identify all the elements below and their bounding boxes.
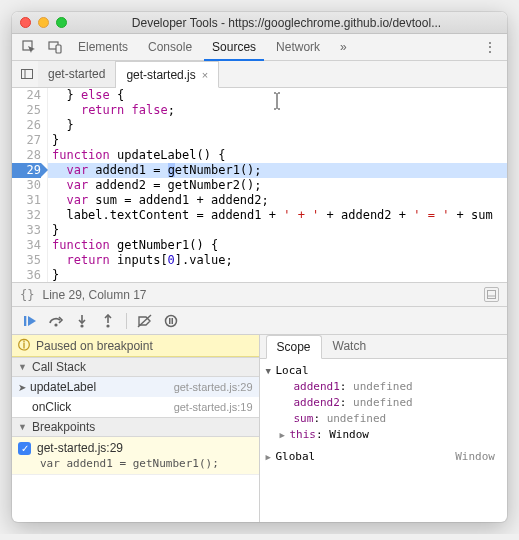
file-tab-bar: get-started get-started.js × xyxy=(12,61,507,88)
code-line[interactable]: return inputs[0].value; xyxy=(48,253,507,268)
breakpoint-preview: var addend1 = getNumber1(); xyxy=(18,457,253,470)
deactivate-breakpoints-button[interactable] xyxy=(133,310,157,332)
editor-status-bar: {} Line 29, Column 17 xyxy=(12,283,507,307)
scope-var[interactable]: ▶this: Window xyxy=(266,427,502,443)
line-number[interactable]: 27 xyxy=(12,133,41,148)
call-stack-frame[interactable]: onClick get-started.js:19 xyxy=(12,397,259,417)
disclosure-icon: ▼ xyxy=(18,362,28,372)
step-into-button[interactable] xyxy=(70,310,94,332)
zoom-window-button[interactable] xyxy=(56,17,67,28)
debugger-panel: ⓘ Paused on breakpoint ▼ Call Stack ➤ up… xyxy=(12,307,507,522)
line-number[interactable]: 26 xyxy=(12,118,41,133)
devtools-window: Developer Tools - https://googlechrome.g… xyxy=(12,12,507,522)
code-line[interactable]: } xyxy=(48,268,507,283)
titlebar: Developer Tools - https://googlechrome.g… xyxy=(12,12,507,34)
call-stack-title: Call Stack xyxy=(32,360,86,374)
line-number[interactable]: 36 xyxy=(12,268,41,283)
svg-rect-2 xyxy=(56,45,61,53)
code-line[interactable]: } xyxy=(48,223,507,238)
svg-rect-15 xyxy=(169,318,171,324)
file-tab-get-started-js[interactable]: get-started.js × xyxy=(116,61,219,88)
call-stack-header[interactable]: ▼ Call Stack xyxy=(12,357,259,377)
line-number[interactable]: 30 xyxy=(12,178,41,193)
code-line[interactable]: var addend2 = getNumber2(); xyxy=(48,178,507,193)
panel-tab-bar: Elements Console Sources Network » ⋮ xyxy=(12,34,507,61)
code-line[interactable]: var sum = addend1 + addend2; xyxy=(48,193,507,208)
frame-location: get-started.js:29 xyxy=(174,381,253,393)
pause-exceptions-button[interactable] xyxy=(159,310,183,332)
svg-point-14 xyxy=(166,315,177,326)
code-line[interactable]: } xyxy=(48,118,507,133)
line-number[interactable]: 29 xyxy=(12,163,41,178)
tab-network[interactable]: Network xyxy=(268,34,328,61)
code-line[interactable]: function updateLabel() { xyxy=(48,148,507,163)
text-cursor-icon xyxy=(272,92,282,114)
svg-point-12 xyxy=(106,324,109,327)
call-stack-frame[interactable]: ➤ updateLabel get-started.js:29 xyxy=(12,377,259,397)
scope-global[interactable]: ▶Global Window xyxy=(266,449,502,465)
debug-split: ⓘ Paused on breakpoint ▼ Call Stack ➤ up… xyxy=(12,335,507,522)
line-number[interactable]: 35 xyxy=(12,253,41,268)
line-number[interactable]: 33 xyxy=(12,223,41,238)
scope-var[interactable]: addend2: undefined xyxy=(266,395,502,411)
traffic-lights xyxy=(20,17,67,28)
info-icon: ⓘ xyxy=(18,337,30,354)
breakpoints-header[interactable]: ▼ Breakpoints xyxy=(12,417,259,437)
line-gutter[interactable]: 24252627282930313233343536 xyxy=(12,88,48,282)
tab-sources[interactable]: Sources xyxy=(204,34,264,61)
frame-function: updateLabel xyxy=(30,380,96,394)
code-editor[interactable]: 24252627282930313233343536 } else { retu… xyxy=(12,88,507,283)
frame-function: onClick xyxy=(18,400,71,414)
code-line[interactable]: } xyxy=(48,133,507,148)
code-line[interactable]: function getNumber1() { xyxy=(48,238,507,253)
scope-var[interactable]: addend1: undefined xyxy=(266,379,502,395)
step-over-button[interactable] xyxy=(44,310,68,332)
scope-watch-tabs: Scope Watch xyxy=(260,335,508,359)
code-line[interactable]: label.textContent = addend1 + ' + ' + ad… xyxy=(48,208,507,223)
scope-var[interactable]: sum: undefined xyxy=(266,411,502,427)
line-number[interactable]: 24 xyxy=(12,88,41,103)
navigator-toggle-icon[interactable] xyxy=(16,61,38,87)
close-icon[interactable]: × xyxy=(202,69,208,81)
file-tab-label: get-started.js xyxy=(126,68,195,82)
line-number[interactable]: 34 xyxy=(12,238,41,253)
code-line[interactable]: var addend1 = getNumber1(); xyxy=(48,163,507,178)
tab-console[interactable]: Console xyxy=(140,34,200,61)
code-area[interactable]: } else { return false; }}function update… xyxy=(48,88,507,283)
resume-button[interactable] xyxy=(18,310,42,332)
file-tab-label: get-started xyxy=(48,67,105,81)
tab-scope[interactable]: Scope xyxy=(266,335,322,359)
close-window-button[interactable] xyxy=(20,17,31,28)
line-number[interactable]: 31 xyxy=(12,193,41,208)
file-tab-get-started[interactable]: get-started xyxy=(38,61,116,87)
tab-overflow-icon[interactable]: » xyxy=(332,34,355,61)
step-out-button[interactable] xyxy=(96,310,120,332)
tab-elements[interactable]: Elements xyxy=(70,34,136,61)
tab-watch[interactable]: Watch xyxy=(322,335,378,358)
breakpoint-checkbox[interactable]: ✓ xyxy=(18,442,31,455)
svg-point-8 xyxy=(54,323,57,326)
cursor-position-label: Line 29, Column 17 xyxy=(42,288,146,302)
scope-tree[interactable]: ▼Local addend1: undefined addend2: undef… xyxy=(260,359,508,522)
disclosure-icon: ▼ xyxy=(18,422,28,432)
minimize-window-button[interactable] xyxy=(38,17,49,28)
line-number[interactable]: 28 xyxy=(12,148,41,163)
coverage-toggle-icon[interactable] xyxy=(484,287,499,302)
breakpoints-title: Breakpoints xyxy=(32,420,95,434)
device-toolbar-icon[interactable] xyxy=(44,36,66,58)
inspect-element-icon[interactable] xyxy=(18,36,40,58)
paused-banner-text: Paused on breakpoint xyxy=(36,339,153,353)
debug-controls xyxy=(12,307,507,335)
pretty-print-icon[interactable]: {} xyxy=(20,288,34,302)
settings-overflow-icon[interactable]: ⋮ xyxy=(479,36,501,58)
svg-rect-7 xyxy=(24,316,26,326)
line-number[interactable]: 25 xyxy=(12,103,41,118)
svg-rect-3 xyxy=(22,70,33,79)
svg-point-10 xyxy=(80,324,83,327)
debug-left-pane: ⓘ Paused on breakpoint ▼ Call Stack ➤ up… xyxy=(12,335,260,522)
line-number[interactable]: 32 xyxy=(12,208,41,223)
svg-rect-5 xyxy=(488,291,496,299)
breakpoint-item[interactable]: ✓ get-started.js:29 var addend1 = getNum… xyxy=(12,437,259,475)
scope-local[interactable]: ▼Local xyxy=(266,363,502,379)
separator xyxy=(126,313,127,329)
